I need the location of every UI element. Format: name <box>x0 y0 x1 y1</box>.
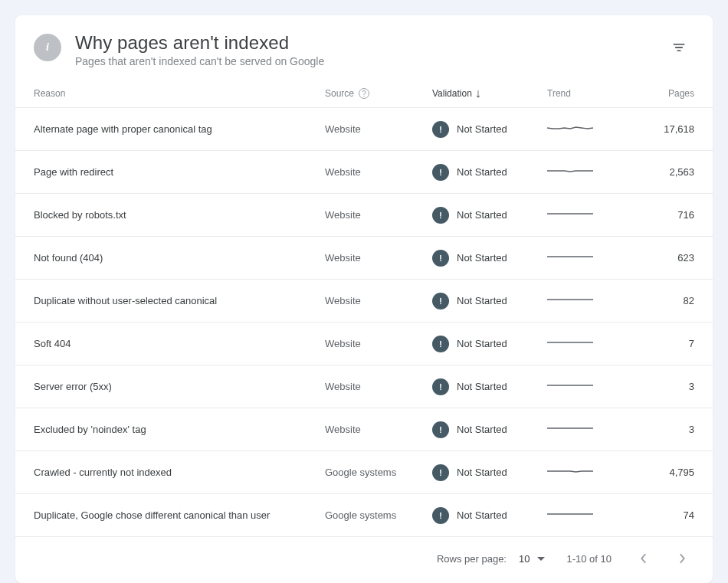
filter-icon <box>671 40 687 55</box>
cell-validation: Not Started <box>432 121 547 138</box>
chevron-right-icon <box>678 553 686 564</box>
card-header: i Why pages aren't indexed Pages that ar… <box>15 15 713 77</box>
column-header-pages[interactable]: Pages <box>621 88 694 99</box>
table-header-row: Reason Source ? Validation ↓ Trend Pages <box>15 77 713 108</box>
cell-source: Google systems <box>325 467 432 478</box>
indexing-issues-card: i Why pages aren't indexed Pages that ar… <box>15 15 713 583</box>
cell-source: Website <box>325 424 432 435</box>
cell-source: Website <box>325 295 432 306</box>
cell-validation: Not Started <box>432 378 547 395</box>
cell-pages: 3 <box>621 381 694 392</box>
rows-per-page: Rows per page: 10 <box>437 550 547 568</box>
cell-trend <box>547 206 621 224</box>
exclamation-icon <box>432 293 449 310</box>
table-row[interactable]: Duplicate, Google chose different canoni… <box>15 494 713 537</box>
column-header-validation[interactable]: Validation ↓ <box>432 87 547 100</box>
cell-source: Google systems <box>325 509 432 521</box>
cell-validation: Not Started <box>432 164 547 181</box>
cell-reason: Not found (404) <box>34 252 325 264</box>
cell-source: Website <box>325 123 432 135</box>
validation-label: Not Started <box>457 509 507 521</box>
pagination-nav <box>631 546 694 571</box>
rows-per-page-select[interactable]: 10 <box>517 550 546 568</box>
validation-label: Not Started <box>457 252 507 264</box>
cell-pages: 7 <box>621 338 694 349</box>
cell-pages: 2,563 <box>621 166 694 178</box>
next-page-button[interactable] <box>670 546 694 571</box>
exclamation-icon <box>432 421 449 438</box>
trend-sparkline <box>547 335 593 350</box>
pagination-range: 1-10 of 10 <box>566 553 612 565</box>
exclamation-icon <box>432 121 449 138</box>
prev-page-button[interactable] <box>631 546 656 571</box>
trend-sparkline <box>547 421 593 436</box>
help-icon[interactable]: ? <box>359 88 369 99</box>
exclamation-icon <box>432 464 449 481</box>
table-footer: Rows per page: 10 1-10 of 10 <box>15 537 713 583</box>
cell-trend <box>547 378 621 395</box>
trend-sparkline <box>547 463 593 479</box>
cell-pages: 82 <box>621 295 694 306</box>
validation-label: Not Started <box>457 338 507 349</box>
cell-pages: 623 <box>621 252 694 264</box>
table-row[interactable]: Crawled - currently not indexedGoogle sy… <box>15 451 713 494</box>
table-row[interactable]: Duplicate without user-selected canonica… <box>15 280 713 323</box>
cell-trend <box>547 292 621 310</box>
trend-sparkline <box>547 249 593 264</box>
cell-reason: Page with redirect <box>34 166 325 178</box>
trend-sparkline <box>547 378 593 393</box>
cell-trend <box>547 463 621 481</box>
sort-arrow-down-icon: ↓ <box>475 87 481 100</box>
table-row[interactable]: Excluded by 'noindex' tagWebsiteNot Star… <box>15 408 713 451</box>
cell-trend <box>547 335 621 352</box>
cell-validation: Not Started <box>432 207 547 224</box>
column-header-reason[interactable]: Reason <box>34 88 325 99</box>
cell-validation: Not Started <box>432 293 547 310</box>
cell-source: Website <box>325 338 432 349</box>
exclamation-icon <box>432 164 449 181</box>
exclamation-icon <box>432 507 449 524</box>
exclamation-icon <box>432 250 449 267</box>
cell-reason: Duplicate without user-selected canonica… <box>34 295 325 306</box>
table-row[interactable]: Blocked by robots.txtWebsiteNot Started7… <box>15 194 713 237</box>
cell-validation: Not Started <box>432 250 547 267</box>
trend-sparkline <box>547 206 593 221</box>
cell-validation: Not Started <box>432 507 547 524</box>
cell-reason: Excluded by 'noindex' tag <box>34 424 325 435</box>
cell-reason: Soft 404 <box>34 338 325 349</box>
cell-pages: 3 <box>621 424 694 435</box>
validation-label: Not Started <box>457 424 507 435</box>
trend-sparkline <box>547 163 593 179</box>
cell-pages: 17,618 <box>621 123 694 135</box>
table-body: Alternate page with proper canonical tag… <box>15 108 713 537</box>
validation-label: Not Started <box>457 295 507 306</box>
cell-validation: Not Started <box>432 421 547 438</box>
validation-label: Not Started <box>457 166 507 178</box>
cell-trend <box>547 249 621 267</box>
trend-sparkline <box>547 292 593 307</box>
exclamation-icon <box>432 336 449 352</box>
cell-source: Website <box>325 252 432 264</box>
column-header-source[interactable]: Source ? <box>325 88 432 99</box>
dropdown-triangle-icon <box>537 557 545 561</box>
cell-reason: Duplicate, Google chose different canoni… <box>34 509 325 521</box>
cell-source: Website <box>325 381 432 392</box>
validation-label: Not Started <box>457 209 507 221</box>
chevron-left-icon <box>640 553 648 564</box>
cell-trend <box>547 506 621 524</box>
exclamation-icon <box>432 207 449 224</box>
cell-source: Website <box>325 166 432 178</box>
column-header-source-label: Source <box>325 88 354 99</box>
table-row[interactable]: Page with redirectWebsiteNot Started2,56… <box>15 151 713 194</box>
filter-button[interactable] <box>664 32 694 63</box>
cell-validation: Not Started <box>432 464 547 481</box>
table-row[interactable]: Not found (404)WebsiteNot Started623 <box>15 237 713 280</box>
card-subtitle: Pages that aren't indexed can't be serve… <box>75 55 664 67</box>
table-row[interactable]: Server error (5xx)WebsiteNot Started3 <box>15 365 713 408</box>
table-row[interactable]: Soft 404WebsiteNot Started7 <box>15 323 713 365</box>
title-block: Why pages aren't indexed Pages that aren… <box>75 32 664 67</box>
cell-reason: Crawled - currently not indexed <box>34 467 325 478</box>
cell-reason: Blocked by robots.txt <box>34 209 325 221</box>
column-header-trend[interactable]: Trend <box>547 88 621 99</box>
table-row[interactable]: Alternate page with proper canonical tag… <box>15 108 713 151</box>
